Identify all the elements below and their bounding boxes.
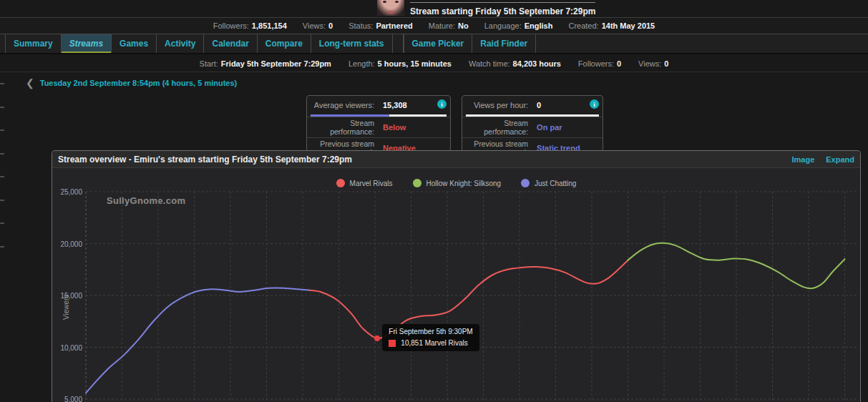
- chart-panel-title: Stream overview - Emiru's stream startin…: [58, 155, 352, 165]
- channel-stat-pair: Status:Partnered: [348, 21, 413, 30]
- previous-stream-row: ❮ Tuesday 2nd September 8:54pm (4 hours,…: [26, 78, 237, 88]
- card-row-label: Stream performance:: [462, 119, 528, 136]
- card-metric-row: Average viewers:15,308i: [307, 96, 450, 114]
- channel-stat-value: 0: [328, 21, 333, 30]
- expand-link[interactable]: Expand: [826, 155, 854, 164]
- card-metric-label: Average viewers:: [307, 101, 374, 109]
- channel-avatar: [377, 0, 404, 16]
- stream-info-label: Watch time:: [469, 59, 510, 68]
- tab-games[interactable]: Games: [112, 34, 157, 53]
- stream-info-pair: Start:Friday 5th September 7:29pm: [200, 59, 331, 68]
- channel-stat-pair: Created:14th May 2015: [568, 21, 655, 30]
- channel-stats-bar: Followers:1,851,154Views:0Status:Partner…: [0, 17, 868, 34]
- channel-stat-label: Followers:: [213, 21, 249, 30]
- edge-tick: [0, 83, 4, 84]
- channel-stat-value: 14th May 2015: [602, 21, 655, 30]
- tab-game-picker[interactable]: Game Picker: [404, 34, 473, 53]
- stream-info-value: Friday 5th September 7:29pm: [221, 59, 331, 68]
- edge-tick: [0, 246, 4, 247]
- chart-panel-header: Stream overview - Emiru's stream startin…: [52, 151, 860, 168]
- tab-activity[interactable]: Activity: [157, 34, 204, 53]
- tooltip-time: Fri September 5th 9:30PM: [389, 328, 472, 335]
- tab-raid-finder[interactable]: Raid Finder: [472, 34, 536, 53]
- card-metric-label: Views per hour:: [462, 101, 528, 109]
- chart-panel-actions: ImageExpand: [791, 155, 854, 164]
- channel-stat-label: Language:: [484, 21, 522, 30]
- previous-stream-link[interactable]: Tuesday 2nd September 8:54pm (4 hours, 5…: [40, 79, 237, 87]
- tab-compare[interactable]: Compare: [258, 34, 311, 53]
- tab-streams[interactable]: Streams: [62, 34, 112, 53]
- stream-info-value: 84,203 hours: [513, 59, 561, 68]
- tabs-tools: Game PickerRaid Finder: [404, 34, 537, 53]
- tab-bar: SummaryStreamsGamesActivityCalendarCompa…: [0, 34, 868, 54]
- edge-tick: [0, 129, 4, 131]
- channel-stat-pair: Mature:No: [429, 21, 469, 30]
- card-progress-fill: [311, 114, 389, 117]
- card-metric-row: Views per hour:0i: [462, 96, 603, 114]
- avatar-eye-left: [383, 1, 386, 3]
- channel-stat-value: English: [525, 21, 553, 30]
- stream-info-label: Followers:: [578, 59, 614, 68]
- card-row-label: Stream performance:: [307, 119, 374, 136]
- chart-body: Marvel RivalsHollow Knight: SilksongJust…: [52, 168, 860, 402]
- stream-info-value: 0: [664, 59, 668, 68]
- card-progress-bar: [466, 114, 599, 117]
- channel-stat-pair: Language:English: [484, 21, 553, 30]
- stream-info-pair: Watch time:84,203 hours: [469, 59, 561, 68]
- channel-stat-label: Status:: [348, 21, 373, 30]
- tab-long-term-stats[interactable]: Long-term stats: [311, 34, 393, 53]
- channel-stat-label: Created:: [568, 21, 598, 30]
- channel-stat-label: Mature:: [429, 21, 455, 30]
- avatar-lips: [387, 11, 394, 14]
- stream-info-label: Views:: [638, 59, 661, 68]
- tooltip-value: 10,851 Marvel Rivals: [401, 339, 467, 347]
- channel-stat-value: No: [458, 21, 469, 30]
- stream-overview-panel: Stream overview - Emiru's stream startin…: [52, 150, 861, 402]
- series-line-just-chatting: [86, 288, 310, 393]
- edge-tick: [0, 176, 4, 177]
- card-row-value: Below: [383, 123, 406, 132]
- channel-stat-pair: Followers:1,851,154: [213, 21, 287, 30]
- tooltip-series-swatch: [389, 340, 396, 347]
- stream-info-label: Length:: [348, 59, 375, 68]
- tab-calendar[interactable]: Calendar: [204, 34, 257, 53]
- stream-info-pair: Views:0: [638, 59, 668, 68]
- page-title: Stream starting Friday 5th September 7:2…: [410, 2, 595, 16]
- channel-stat-value: 1,851,154: [252, 21, 287, 30]
- tab-spacer: [393, 34, 404, 53]
- card-metric-value: 15,308: [383, 101, 407, 109]
- avatar-eye-right: [395, 1, 399, 3]
- edge-tick: [0, 153, 4, 155]
- stream-info-value: 0: [617, 59, 621, 68]
- stream-info-pair: Length:5 hours, 15 minutes: [348, 59, 452, 68]
- edge-tick: [0, 107, 4, 108]
- card-row-value: On par: [537, 123, 562, 132]
- card-row: Stream performance:On par: [462, 117, 603, 137]
- channel-stat-label: Views:: [303, 21, 326, 30]
- channel-stat-value: Partnered: [376, 21, 412, 30]
- channel-stat-pair: Views:0: [303, 21, 333, 30]
- card-progress-bar: [311, 114, 447, 117]
- edge-tick: [0, 222, 4, 224]
- image-link[interactable]: Image: [791, 155, 814, 164]
- info-icon[interactable]: i: [437, 99, 447, 109]
- tab-summary[interactable]: Summary: [5, 34, 62, 53]
- card-metric-value: 0: [537, 101, 541, 109]
- edge-tick: [0, 200, 4, 201]
- tabs-main: SummaryStreamsGamesActivityCalendarCompa…: [5, 34, 393, 53]
- stream-info-value: 5 hours, 15 minutes: [378, 59, 452, 68]
- stat-card-0: Average viewers:15,308iStream performanc…: [306, 95, 451, 159]
- card-row: Stream performance:Below: [307, 117, 450, 137]
- sullygnome-stream-page: Stream starting Friday 5th September 7:2…: [0, 0, 868, 402]
- stream-info-bar: Start:Friday 5th September 7:29pmLength:…: [0, 56, 868, 72]
- tooltip-value-row: 10,851 Marvel Rivals: [389, 339, 472, 347]
- chart-tooltip: Fri September 5th 9:30PM 10,851 Marvel R…: [382, 324, 479, 351]
- stream-info-pair: Followers:0: [578, 59, 621, 68]
- stream-info-label: Start:: [200, 59, 218, 68]
- info-icon[interactable]: i: [590, 99, 599, 109]
- viewers-line-chart: [52, 168, 860, 402]
- back-chevron-icon[interactable]: ❮: [26, 78, 34, 88]
- stat-card-1: Views per hour:0iStream performance:On p…: [462, 95, 603, 159]
